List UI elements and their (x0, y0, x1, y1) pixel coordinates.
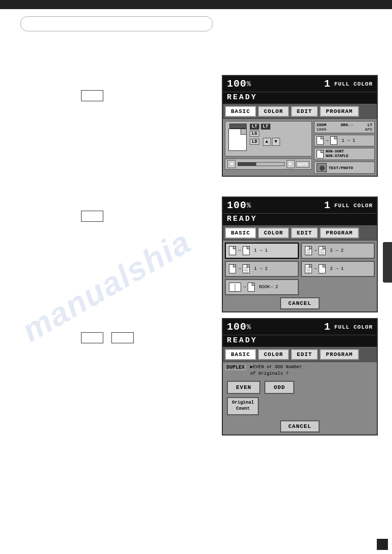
copy-mode-1to1-label: 1 → 1 (341, 138, 355, 143)
p-icon-src-1to2 (229, 264, 236, 273)
panel-1-color-mode: FULL COLOR (334, 81, 373, 87)
search-input[interactable] (20, 16, 213, 31)
paper-options: LT LT LG LD ▲ ▼ (250, 124, 308, 146)
panel-1-tab-program[interactable]: PROGRAM (320, 106, 359, 117)
duplex-1to1[interactable]: → 1 → 1 (225, 243, 299, 259)
page-icon-1to1-src (317, 136, 324, 145)
panel-2-tab-color[interactable]: COLOR (258, 227, 289, 239)
arrow-1to1: → (238, 248, 241, 253)
paper-output-lt: LT (261, 124, 270, 130)
duplex-2to2-label: 2 → 2 (330, 248, 343, 253)
panel-1-ready: READY (223, 92, 377, 104)
paper-size-ld: LD (250, 139, 259, 145)
panel-1-body: LT LT LG LD ▲ ▼ (223, 119, 377, 176)
panel-3-tab-basic[interactable]: BASIC (225, 349, 256, 360)
top-bar (0, 0, 392, 9)
copy-mode-1to1-btn[interactable]: → 1 → 1 (314, 135, 375, 146)
p-icon-src-2to1 (305, 264, 312, 273)
duplex-1to2[interactable]: → 1 → 2 (225, 261, 299, 277)
panel-2-body: → 1 → 1 → 2 → 2 (223, 241, 377, 311)
panel-2-copies: 1 (324, 200, 330, 211)
panel-2-tab-row: BASIC COLOR EDIT PROGRAM (223, 225, 377, 241)
p-icon-dst-1to2 (243, 264, 250, 273)
panel-3: 100 % 1 FULL COLOR READY BASIC COLOR EDI… (222, 318, 378, 436)
panel-2-tab-edit[interactable]: EDIT (291, 227, 318, 239)
lt-label: LT (367, 123, 372, 127)
book-icon (229, 283, 241, 292)
panel-2-tab-basic[interactable]: BASIC (225, 227, 256, 239)
panel-3-cancel-btn[interactable]: CANCEL (280, 420, 320, 432)
non-sort-label: NON-SORTNON-STAPLE (326, 149, 348, 159)
panel-3-percent-sign: % (247, 323, 251, 331)
label-box-2 (81, 211, 103, 222)
panel-2-tab-program[interactable]: PROGRAM (320, 227, 359, 239)
panel-3-tab-program[interactable]: PROGRAM (320, 349, 359, 360)
panel-3-copies: 1 (324, 321, 330, 333)
p-icon-dst-1to1 (243, 246, 250, 255)
panel-3-tab-color[interactable]: COLOR (258, 349, 289, 360)
doc-feeder (229, 124, 247, 129)
arrow-down-btn[interactable]: ▼ (272, 138, 280, 146)
duplex-2to1[interactable]: → 2 → 1 (301, 261, 375, 277)
panel-1-percent-sign: % (247, 80, 251, 88)
panel-1-tab-color[interactable]: COLOR (258, 106, 289, 117)
p-icon-dst-2to2 (319, 246, 326, 255)
odd-btn[interactable]: ODD (264, 381, 294, 394)
bottom-right-square (377, 539, 388, 550)
panel-2-ready: READY (223, 214, 377, 225)
paper-area: LT LT LG LD ▲ ▼ (225, 121, 312, 156)
search-bar-container (20, 16, 213, 31)
original-count-btn[interactable]: Original Count (227, 397, 259, 415)
image-mode-btn[interactable]: TEXT/PHOTO (314, 162, 375, 174)
duplex-2to2-icon: → (305, 246, 326, 255)
panel-3-color-mode: FULL COLOR (334, 324, 373, 330)
panel-3-tab-row: BASIC COLOR EDIT PROGRAM (223, 347, 377, 362)
finish-icon (317, 150, 324, 159)
image-mode-label: TEXT/PHOTO (329, 166, 353, 170)
arrow-1to2: → (238, 266, 241, 271)
panel-2-cancel-container: CANCEL (225, 297, 375, 309)
paper-icon (228, 129, 247, 151)
auto-btn[interactable]: AUTO (296, 161, 309, 168)
exposure-left-btn[interactable]: ◄ (227, 160, 236, 168)
paper-icon-wrap (228, 129, 247, 151)
panel-2-percent: 100 (227, 200, 247, 211)
duplex-2to1-label: 2 → 1 (330, 266, 343, 271)
arrow-up-btn[interactable]: ▲ (263, 138, 271, 146)
duplex-2to2[interactable]: → 2 → 2 (301, 243, 375, 259)
p-icon-src-2to2 (305, 246, 312, 255)
p-icon-dst-2to1 (319, 264, 326, 273)
panel-3-tab-edit[interactable]: EDIT (291, 349, 318, 360)
panel-1-tab-basic[interactable]: BASIC (225, 106, 256, 117)
duplex-2to1-icon: → (305, 264, 326, 273)
zoom-row: ZOOM ORG.→ LT (317, 123, 372, 127)
duplex-bookto2-label: BOOK→ 2 (259, 285, 278, 290)
panel-1-right: ZOOM ORG.→ LT 100% APS → 1 → 1 (314, 121, 375, 174)
duplex-label-row: DUPLEX ▶EVEN or ODD Number of Originals … (225, 364, 375, 377)
watermark-text: manualshia (15, 223, 197, 349)
org-label: ORG.→ (341, 123, 353, 127)
panel-3-header: 100 % 1 FULL COLOR (223, 319, 377, 335)
duplex-grid: → 1 → 1 → 2 → 2 (225, 243, 375, 295)
duplex-question-line2: of Originals ? (250, 371, 302, 377)
aps-label: APS (365, 127, 372, 132)
duplex-1to1-label: 1 → 1 (254, 248, 267, 253)
even-btn[interactable]: EVEN (227, 381, 260, 394)
panel-1-header: 100 % 1 FULL COLOR (223, 76, 377, 92)
duplex-bookto2[interactable]: → BOOK→ 2 (225, 279, 299, 295)
panel-1-tab-edit[interactable]: EDIT (291, 106, 318, 117)
panel-2-cancel-btn[interactable]: CANCEL (280, 297, 320, 309)
main-content: manualshia 100 % 1 FULL COLOR READY BASI… (0, 9, 392, 554)
original-count-container: Original Count (225, 397, 375, 418)
paper-size-lg-row: LG (250, 131, 308, 137)
arrow-1to1: → (326, 138, 328, 143)
paper-size-lg: LG (250, 131, 259, 137)
duplex-label: DUPLEX (225, 364, 246, 371)
finish-mode-btn[interactable]: NON-SORTNON-STAPLE (314, 148, 375, 160)
panel-2-header: 100 % 1 FULL COLOR (223, 197, 377, 214)
paper-size-lt: LT (250, 124, 259, 130)
arrow-bookto2: → (243, 285, 246, 290)
exposure-right-btn[interactable]: ► (287, 160, 295, 168)
paper-size-ld-row: LD ▲ ▼ (250, 138, 308, 146)
zoom-info: ZOOM ORG.→ LT 100% APS (314, 121, 375, 133)
